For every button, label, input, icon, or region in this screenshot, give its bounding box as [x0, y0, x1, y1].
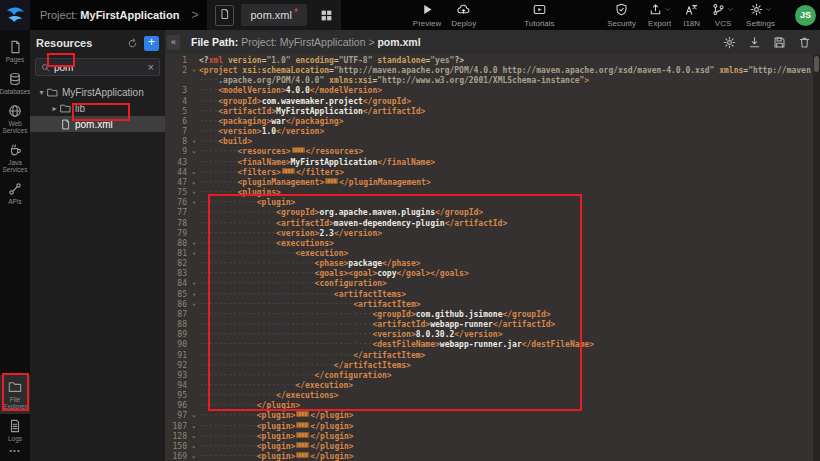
- code-line-86[interactable]: 86▾································<arti…: [165, 300, 820, 310]
- code-line-80[interactable]: 80▾················<executions>: [165, 239, 820, 249]
- code-line-95[interactable]: 95················</executions>: [165, 391, 820, 401]
- refresh-icon[interactable]: [127, 38, 138, 49]
- code-line-84[interactable]: 84▾························<configuratio…: [165, 279, 820, 289]
- code-line-44[interactable]: 44▸········<filters></filters>: [165, 168, 820, 178]
- delete-file-button[interactable]: [798, 36, 811, 49]
- tutorials-button[interactable]: Tutorials: [524, 3, 554, 28]
- fold-toggle-icon[interactable]: ▸: [189, 432, 199, 442]
- code-line-107[interactable]: 107▸············<plugin></plugin>: [165, 422, 820, 432]
- fold-toggle-icon[interactable]: ▾: [189, 249, 199, 259]
- code-line-1[interactable]: 1<?xml version="1.0" encoding="UTF-8" st…: [165, 56, 820, 66]
- deploy-button[interactable]: Deploy: [451, 3, 476, 28]
- fold-toggle-icon[interactable]: ▸: [189, 168, 199, 178]
- folded-region-icon[interactable]: [296, 442, 309, 448]
- code-line-85[interactable]: 85▾····························<artifact…: [165, 290, 820, 300]
- code-line-7[interactable]: 7····<version>1.0</version>: [165, 127, 820, 137]
- sidebar-item-databases[interactable]: Databases: [0, 67, 30, 99]
- fold-toggle-icon[interactable]: ▾: [189, 279, 199, 289]
- sidebar-item-java-services[interactable]: Java Services: [0, 138, 30, 177]
- folded-region-icon[interactable]: [296, 422, 309, 428]
- add-resource-button[interactable]: +: [144, 36, 159, 51]
- tree-item-myfirstapplication[interactable]: ▾MyFirstApplication: [30, 84, 165, 100]
- fold-toggle-icon[interactable]: ▸: [189, 411, 199, 421]
- fold-toggle-icon[interactable]: ▾: [189, 66, 199, 76]
- code-line-94[interactable]: 94····················</execution>: [165, 381, 820, 391]
- export-button[interactable]: Export: [648, 3, 671, 28]
- code-line-169[interactable]: 169▸············<plugin></plugin>: [165, 452, 820, 461]
- fold-toggle-icon[interactable]: ▸: [189, 422, 199, 432]
- code-editor[interactable]: 1<?xml version="1.0" encoding="UTF-8" st…: [165, 54, 820, 461]
- fold-toggle-icon[interactable]: ▾: [189, 300, 199, 310]
- security-button[interactable]: Security: [607, 3, 636, 28]
- settings-button[interactable]: Settings: [746, 3, 775, 28]
- code-line-92[interactable]: 92····························</artifact…: [165, 361, 820, 371]
- code-line-89[interactable]: 89····································<v…: [165, 330, 820, 340]
- code-line-128[interactable]: 128▸············<plugin></plugin>: [165, 432, 820, 442]
- code-line-75[interactable]: 75▾········<plugins>: [165, 188, 820, 198]
- tree-item-lib[interactable]: ▸lib: [30, 100, 165, 116]
- sidebar-item-logs[interactable]: Logs: [0, 414, 30, 446]
- tab-pom-xml[interactable]: pom.xml *: [241, 4, 306, 26]
- folded-region-icon[interactable]: [292, 147, 305, 153]
- i18n-button[interactable]: I18N: [683, 3, 700, 28]
- file-tab-icon[interactable]: [215, 5, 234, 26]
- vcs-button[interactable]: VCS: [712, 3, 734, 28]
- code-line-87[interactable]: 87····································<g…: [165, 310, 820, 320]
- code-line-5[interactable]: 5····<artifactId>MyFirstApplication</art…: [165, 107, 820, 117]
- grid-view-icon[interactable]: [320, 9, 333, 22]
- code-line-78[interactable]: 78················<artifactId>maven-depe…: [165, 219, 820, 229]
- code-line-88[interactable]: 88····································<a…: [165, 320, 820, 330]
- tree-caret-icon[interactable]: ▾: [36, 88, 47, 97]
- code-line-4[interactable]: 4····<groupId>com.wavemaker.project</gro…: [165, 97, 820, 107]
- code-line-93[interactable]: 93························</configuratio…: [165, 371, 820, 381]
- code-line-wrap[interactable]: ····.apache.org/POM/4.0.0" xmlns:xsi="ht…: [165, 76, 820, 86]
- code-line-6[interactable]: 6····<packaging>war</packaging>: [165, 117, 820, 127]
- code-line-83[interactable]: 83························<goals><goal>c…: [165, 269, 820, 279]
- code-line-8[interactable]: 8▾····<build>: [165, 137, 820, 147]
- code-line-9[interactable]: 9▸········<resources></resources>: [165, 147, 820, 157]
- save-file-button[interactable]: [773, 36, 786, 49]
- sidebar-item-web-services[interactable]: Web Services: [0, 99, 30, 138]
- code-line-47[interactable]: 47▸········<pluginManagement></pluginMan…: [165, 178, 820, 188]
- code-line-91[interactable]: 91································</arti…: [165, 351, 820, 361]
- code-line-79[interactable]: 79················<version>2.3</version>: [165, 229, 820, 239]
- fold-toggle-icon[interactable]: ▸: [189, 452, 199, 461]
- code-line-3[interactable]: 3····<modelVersion>4.0.0</modelVersion>: [165, 86, 820, 96]
- code-line-96[interactable]: 96············</plugin>: [165, 401, 820, 411]
- code-line-43[interactable]: 43········<finalName>MyFirstApplication<…: [165, 158, 820, 168]
- folded-region-icon[interactable]: [296, 432, 309, 438]
- sidebar-item-file-explorer[interactable]: File Explorer: [0, 375, 30, 414]
- folded-region-icon[interactable]: [296, 452, 309, 458]
- editor-scrollbar[interactable]: [813, 54, 820, 461]
- tree-item-pom-xml[interactable]: pom.xml: [30, 116, 165, 132]
- fold-toggle-icon[interactable]: ▾: [189, 188, 199, 198]
- code-line-82[interactable]: 82························<phase>package…: [165, 259, 820, 269]
- fold-toggle-icon[interactable]: ▾: [189, 137, 199, 147]
- sidebar-more-icon[interactable]: •••: [9, 446, 20, 455]
- code-line-150[interactable]: 150▸············<plugin></plugin>: [165, 442, 820, 452]
- code-line-97[interactable]: 97▸············<plugin></plugin>: [165, 411, 820, 421]
- code-line-2[interactable]: 2▾<project xsi:schemaLocation="http://ma…: [165, 66, 820, 76]
- folded-region-icon[interactable]: [296, 411, 309, 417]
- folded-region-icon[interactable]: [325, 178, 338, 184]
- folded-region-icon[interactable]: [282, 168, 295, 174]
- fold-toggle-icon[interactable]: ▸: [189, 147, 199, 157]
- code-line-77[interactable]: 77················<groupId>org.apache.ma…: [165, 208, 820, 218]
- tree-caret-icon[interactable]: ▸: [49, 104, 60, 113]
- format-settings-button[interactable]: [723, 36, 736, 49]
- fold-toggle-icon[interactable]: ▸: [189, 178, 199, 188]
- preview-button[interactable]: Preview: [413, 3, 441, 28]
- user-avatar[interactable]: JS: [795, 5, 816, 26]
- code-line-76[interactable]: 76▾············<plugin>: [165, 198, 820, 208]
- download-file-button[interactable]: [748, 36, 761, 49]
- scrollbar-thumb[interactable]: [814, 56, 819, 72]
- fold-toggle-icon[interactable]: ▾: [189, 198, 199, 208]
- sidebar-item-apis[interactable]: APIs: [0, 177, 30, 209]
- collapse-panel-icon[interactable]: «: [167, 35, 180, 50]
- wavemaker-logo-icon[interactable]: [0, 0, 30, 30]
- fold-toggle-icon[interactable]: ▾: [189, 239, 199, 249]
- fold-toggle-icon[interactable]: ▾: [189, 290, 199, 300]
- resources-search-input[interactable]: pom ×: [35, 58, 160, 76]
- code-line-81[interactable]: 81▾····················<execution>: [165, 249, 820, 259]
- code-line-90[interactable]: 90····································<d…: [165, 340, 820, 350]
